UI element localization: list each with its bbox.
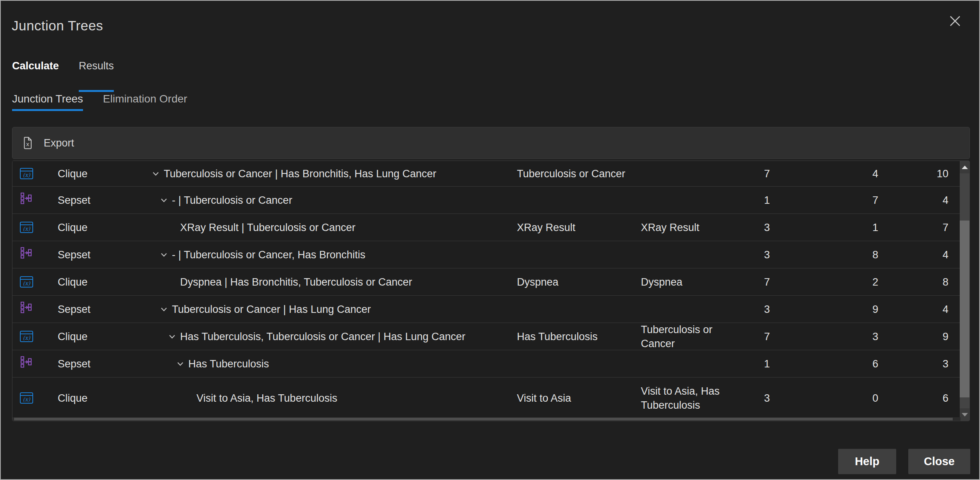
row-description: XRay Result | Tuberculosis or Cancer	[180, 221, 356, 235]
main-tabs: Calculate Results	[12, 60, 114, 92]
horizontal-scrollbar-thumb[interactable]	[14, 418, 953, 420]
row-type-label: Clique	[54, 323, 145, 350]
chevron-down-icon[interactable]	[161, 251, 167, 258]
row-node	[512, 296, 636, 323]
scroll-up-button[interactable]	[960, 161, 969, 173]
result-subtabs: Junction Trees Elimination Order	[12, 93, 187, 111]
row-value-1: 3	[744, 296, 777, 323]
row-node: Visit to Asia	[512, 378, 636, 418]
chevron-down-icon[interactable]	[169, 333, 175, 340]
row-value-1: 1	[744, 350, 777, 377]
row-value-3: 4	[885, 296, 961, 323]
row-value-3: 4	[885, 187, 961, 214]
row-variables	[636, 161, 744, 186]
row-value-1: 7	[744, 268, 777, 295]
row-variables	[636, 350, 744, 377]
row-variables: Tuberculosis or Cancer	[636, 323, 744, 350]
row-variables	[636, 187, 744, 214]
row-type-label: Sepset	[54, 241, 145, 268]
tab-results[interactable]: Results	[79, 60, 114, 92]
table-row[interactable]: (x) Sepset - | Tuberculosis or Cancer	[12, 187, 961, 214]
vertical-scrollbar-thumb[interactable]	[960, 221, 969, 397]
export-file-icon: x	[23, 137, 32, 149]
table-row[interactable]: (x) Clique Visit to Asia, Has Tuberculos…	[12, 378, 961, 418]
junction-trees-dialog: Junction Trees Calculate Results Junctio…	[0, 0, 980, 480]
junction-trees-table: (x) Clique Tuberculosis or Cancer | Has …	[12, 161, 970, 421]
row-type-label: Clique	[54, 268, 145, 295]
row-type-label: Clique	[54, 161, 145, 186]
tab-elimination-order[interactable]: Elimination Order	[103, 93, 187, 111]
sepset-icon	[20, 192, 32, 208]
page-title: Junction Trees	[12, 18, 103, 34]
triangle-up-icon	[962, 166, 968, 169]
row-variables	[636, 241, 744, 268]
row-value-3: 8	[885, 268, 961, 295]
sepset-icon	[20, 356, 32, 372]
row-value-2: 8	[777, 241, 885, 268]
row-node	[512, 350, 636, 377]
table-row[interactable]: (x) Clique Dyspnea | Has Bronchitis, Tub…	[12, 268, 961, 296]
table-row[interactable]: (x) Clique Has Tuberculosis, Tuberculosi…	[12, 323, 961, 350]
row-value-3: 6	[885, 378, 961, 418]
row-description: Has Tuberculosis	[188, 357, 269, 371]
row-node: Tuberculosis or Cancer	[512, 161, 636, 186]
row-node: Dyspnea	[512, 268, 636, 295]
chevron-down-icon[interactable]	[161, 197, 167, 203]
row-type-label: Sepset	[54, 187, 145, 214]
row-variables: Visit to Asia, Has Tuberculosis	[636, 378, 744, 418]
row-value-1: 3	[744, 241, 777, 268]
row-value-3: 9	[885, 323, 961, 350]
row-variables	[636, 296, 744, 323]
row-description: Visit to Asia, Has Tuberculosis	[196, 391, 337, 405]
chevron-down-icon[interactable]	[152, 170, 159, 177]
table-row[interactable]: (x) Sepset Has Tuberculosis 1	[12, 350, 961, 378]
chevron-down-icon[interactable]	[177, 360, 184, 367]
row-node	[512, 241, 636, 268]
table-row[interactable]: (x) Clique Tuberculosis or Cancer | Has …	[12, 161, 961, 187]
row-type-label: Clique	[54, 378, 145, 418]
clique-icon: (x)	[20, 276, 33, 288]
row-value-3: 7	[885, 214, 961, 241]
table-rows: (x) Clique Tuberculosis or Cancer | Has …	[12, 161, 961, 418]
row-variables: Dyspnea	[636, 268, 744, 295]
tab-calculate[interactable]: Calculate	[12, 60, 59, 92]
row-node	[512, 187, 636, 214]
horizontal-scrollbar[interactable]	[12, 417, 961, 421]
row-description: Dyspnea | Has Bronchitis, Tuberculosis o…	[180, 275, 412, 289]
row-description: Tuberculosis or Cancer | Has Bronchitis,…	[164, 167, 436, 181]
table-row[interactable]: (x) Sepset - | Tuberculosis or Cancer, H…	[12, 241, 961, 268]
svg-text:x: x	[26, 141, 29, 147]
table-row[interactable]: (x) Clique XRay Result | Tuberculosis or…	[12, 214, 961, 241]
scroll-down-button[interactable]	[960, 408, 969, 421]
vertical-scrollbar[interactable]	[960, 161, 969, 421]
row-value-2: 1	[777, 214, 885, 241]
table-row[interactable]: (x) Sepset Tuberculosis or Cancer | Has …	[12, 296, 961, 323]
export-button[interactable]: x Export	[12, 127, 970, 159]
chevron-down-icon[interactable]	[161, 306, 167, 312]
row-value-1: 3	[744, 214, 777, 241]
sepset-icon	[20, 301, 32, 317]
row-value-2: 2	[777, 268, 885, 295]
row-value-2: 9	[777, 296, 885, 323]
triangle-down-icon	[962, 413, 968, 416]
export-label: Export	[44, 137, 74, 149]
clique-icon: (x)	[20, 168, 33, 179]
row-description: Has Tuberculosis, Tuberculosis or Cancer…	[180, 330, 465, 344]
tab-junction-trees[interactable]: Junction Trees	[12, 93, 83, 111]
clique-icon: (x)	[20, 392, 33, 404]
row-value-1: 1	[744, 187, 777, 214]
close-icon[interactable]	[947, 13, 963, 29]
row-node: XRay Result	[512, 214, 636, 241]
row-value-3: 10	[885, 161, 961, 186]
row-value-2: 6	[777, 350, 885, 377]
row-description: - | Tuberculosis or Cancer	[172, 193, 292, 207]
sepset-icon	[20, 247, 32, 263]
row-description: - | Tuberculosis or Cancer, Has Bronchit…	[172, 248, 365, 262]
clique-icon: (x)	[20, 222, 33, 233]
row-value-1: 3	[744, 378, 777, 418]
close-button[interactable]: Close	[908, 449, 970, 474]
row-variables: XRay Result	[636, 214, 744, 241]
row-description: Tuberculosis or Cancer | Has Lung Cancer	[172, 302, 371, 316]
row-type-label: Sepset	[54, 296, 145, 323]
help-button[interactable]: Help	[838, 449, 896, 474]
